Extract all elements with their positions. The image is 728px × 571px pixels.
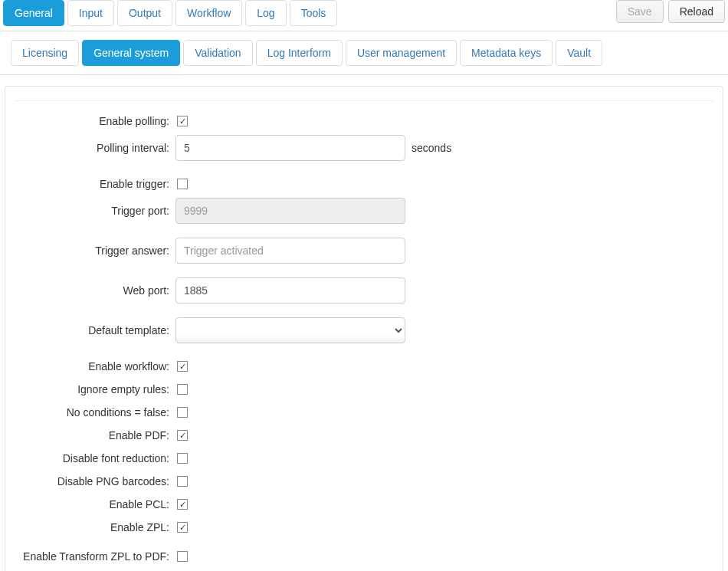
label-ignore-empty-rules: Ignore empty rules: bbox=[15, 382, 175, 397]
settings-panel: Enable polling: ✓ Polling interval: seco… bbox=[5, 86, 723, 571]
reload-button[interactable]: Reload bbox=[668, 0, 725, 23]
tab-input[interactable]: Input bbox=[67, 0, 114, 26]
label-disable-png-barcodes: Disable PNG barcodes: bbox=[15, 474, 175, 489]
checkbox-no-conditions-false[interactable] bbox=[177, 407, 188, 418]
input-polling-interval[interactable] bbox=[175, 135, 405, 161]
save-button[interactable]: Save bbox=[616, 0, 664, 23]
checkbox-enable-pcl[interactable]: ✓ bbox=[177, 499, 188, 510]
tab-log[interactable]: Log bbox=[245, 0, 286, 26]
tab-workflow[interactable]: Workflow bbox=[175, 0, 242, 26]
tab-output[interactable]: Output bbox=[117, 0, 172, 26]
label-enable-trigger: Enable trigger: bbox=[15, 177, 175, 192]
input-trigger-answer[interactable] bbox=[175, 238, 405, 264]
tab-general[interactable]: General bbox=[3, 0, 64, 26]
checkbox-disable-png-barcodes[interactable] bbox=[177, 476, 188, 487]
label-trigger-answer: Trigger answer: bbox=[15, 244, 175, 258]
label-trigger-port: Trigger port: bbox=[15, 204, 175, 218]
subtab-licensing[interactable]: Licensing bbox=[11, 40, 79, 66]
input-web-port[interactable] bbox=[175, 277, 405, 304]
subtab-general-system[interactable]: General system bbox=[82, 40, 180, 66]
top-nav: General Input Output Workflow Log Tools bbox=[3, 0, 616, 26]
checkbox-disable-font-reduction[interactable] bbox=[177, 453, 188, 464]
input-trigger-port bbox=[175, 198, 405, 224]
label-enable-polling: Enable polling: bbox=[15, 114, 175, 129]
label-polling-interval: Polling interval: bbox=[15, 141, 175, 156]
label-default-template: Default template: bbox=[15, 323, 175, 338]
checkbox-enable-polling[interactable]: ✓ bbox=[177, 116, 188, 126]
checkbox-enable-workflow[interactable]: ✓ bbox=[177, 361, 188, 372]
label-enable-workflow: Enable workflow: bbox=[15, 359, 175, 374]
label-web-port: Web port: bbox=[15, 284, 175, 298]
checkbox-ignore-empty-rules[interactable] bbox=[177, 384, 188, 395]
label-enable-transform-zpl-pdf: Enable Transform ZPL to PDF: bbox=[15, 550, 175, 564]
label-enable-pcl: Enable PCL: bbox=[15, 497, 175, 512]
subtab-validation[interactable]: Validation bbox=[183, 40, 252, 66]
checkbox-enable-zpl[interactable]: ✓ bbox=[177, 522, 188, 533]
checkbox-enable-trigger[interactable] bbox=[177, 179, 188, 189]
subtab-user-management[interactable]: User management bbox=[346, 40, 457, 66]
select-default-template[interactable] bbox=[175, 317, 405, 343]
subtab-metadata-keys[interactable]: Metadata keys bbox=[460, 40, 553, 66]
label-enable-zpl: Enable ZPL: bbox=[15, 520, 175, 535]
subtab-vault[interactable]: Vault bbox=[556, 40, 602, 66]
label-no-conditions-false: No conditions = false: bbox=[15, 405, 175, 420]
sub-nav: Licensing General system Validation Log … bbox=[3, 40, 725, 66]
subtab-log-interform[interactable]: Log Interform bbox=[256, 40, 343, 66]
tab-tools[interactable]: Tools bbox=[290, 0, 338, 26]
checkbox-enable-transform-zpl-pdf[interactable] bbox=[177, 551, 188, 562]
checkbox-enable-pdf[interactable]: ✓ bbox=[177, 430, 188, 441]
label-disable-font-reduction: Disable font reduction: bbox=[15, 451, 175, 466]
unit-seconds: seconds bbox=[412, 142, 451, 154]
label-enable-pdf: Enable PDF: bbox=[15, 428, 175, 443]
